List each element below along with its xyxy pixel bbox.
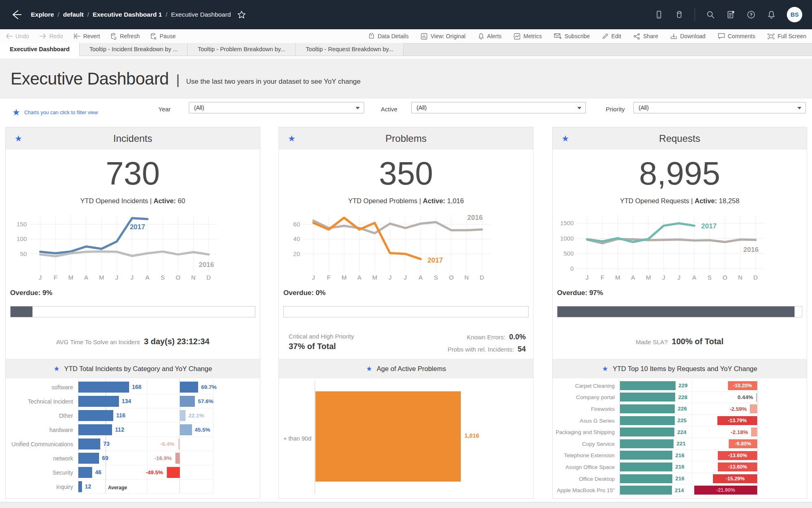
category-bar[interactable] bbox=[78, 410, 113, 421]
priority-filter-dropdown[interactable]: (All) bbox=[633, 102, 806, 113]
category-bar[interactable] bbox=[78, 453, 99, 464]
incidents-category-chart[interactable]: Average software16869.7%Technical Incide… bbox=[6, 378, 260, 498]
alerts-button[interactable]: Alerts bbox=[478, 33, 502, 40]
search-icon[interactable] bbox=[706, 10, 715, 20]
filter-hint[interactable]: ★ Charts you can click to filter view bbox=[12, 108, 98, 117]
yoy-bar[interactable] bbox=[750, 404, 757, 413]
category-label: inquiry bbox=[6, 484, 78, 490]
share-button[interactable]: Share bbox=[633, 33, 658, 40]
notifications-bell-icon[interactable] bbox=[767, 10, 776, 20]
item-bar[interactable] bbox=[620, 462, 672, 471]
category-row[interactable]: Technical Incident13457.6% bbox=[6, 394, 260, 408]
top10-row[interactable]: Carpet Cleaning229-10.20% bbox=[553, 380, 807, 392]
breadcrumb-explore[interactable]: Explore bbox=[31, 11, 54, 18]
revert-button[interactable]: Revert bbox=[73, 33, 100, 39]
user-avatar[interactable]: BS bbox=[787, 7, 802, 22]
top10-row[interactable]: Assign Office Space216-13.60% bbox=[553, 461, 807, 473]
top10-row[interactable]: Company portal2280.44% bbox=[553, 392, 807, 404]
top10-row[interactable]: Packaging and Shipping224-2.18% bbox=[553, 426, 807, 438]
requests-top10-chart[interactable]: Carpet Cleaning229-10.20%Company portal2… bbox=[553, 378, 807, 498]
top10-row[interactable]: Telephone Extension216-13.60% bbox=[553, 450, 807, 462]
item-bar[interactable] bbox=[620, 404, 675, 413]
data-source-icon[interactable] bbox=[674, 10, 684, 20]
made-sla-value: 100% of Total bbox=[672, 337, 723, 346]
category-bar[interactable] bbox=[78, 481, 82, 492]
top10-row[interactable]: Fireworks226-2.59% bbox=[553, 403, 807, 415]
age-bar[interactable] bbox=[315, 391, 461, 482]
yoy-bar[interactable] bbox=[751, 428, 757, 436]
item-value: 216 bbox=[675, 464, 685, 470]
back-arrow-icon[interactable] bbox=[10, 9, 22, 21]
item-bar[interactable] bbox=[620, 416, 675, 425]
yoy-bar[interactable]: -13.79% bbox=[717, 416, 757, 425]
mobile-preview-icon[interactable] bbox=[654, 10, 664, 20]
category-row[interactable]: network69-16.9% bbox=[6, 451, 260, 465]
category-bar[interactable] bbox=[78, 424, 112, 435]
tab-tooltip-request-breakdown[interactable]: Tooltip - Request Breakdown by... bbox=[296, 43, 404, 56]
yoy-bar[interactable]: -13.60% bbox=[718, 462, 757, 471]
subscribe-button[interactable]: Subscribe bbox=[554, 33, 590, 39]
yoy-bar[interactable] bbox=[756, 393, 757, 402]
category-row[interactable]: inquiry12 bbox=[6, 480, 260, 494]
yoy-bar[interactable] bbox=[180, 382, 198, 393]
category-bar[interactable] bbox=[78, 396, 119, 407]
undo-button[interactable]: Undo bbox=[6, 33, 29, 39]
problems-monthly-line-chart[interactable]: 204060JFMAMJJASOND20172016 bbox=[279, 209, 534, 286]
category-bar[interactable] bbox=[78, 382, 129, 393]
tab-tooltip-problem-breakdown[interactable]: Tooltip - Problem Breakdown by... bbox=[188, 43, 296, 56]
item-bar[interactable] bbox=[620, 439, 674, 448]
top10-row[interactable]: Asus G Series225-13.79% bbox=[553, 415, 807, 427]
category-row[interactable]: Other11622.1% bbox=[6, 408, 260, 423]
breadcrumb-workbook[interactable]: Executive Dashboard 1 bbox=[93, 11, 162, 18]
yoy-bar[interactable] bbox=[178, 439, 180, 449]
tab-executive-dashboard[interactable]: Executive Dashboard bbox=[0, 43, 80, 56]
yoy-bar[interactable]: -13.60% bbox=[718, 451, 757, 460]
item-bar[interactable] bbox=[620, 428, 674, 436]
item-bar[interactable] bbox=[620, 451, 672, 460]
category-row[interactable]: hardware11245.5% bbox=[6, 423, 260, 437]
incidents-monthly-line-chart[interactable]: 50100150JFMAMJJASOND20172016 bbox=[6, 209, 261, 286]
yoy-bar[interactable] bbox=[167, 467, 180, 478]
whats-new-icon[interactable] bbox=[726, 10, 736, 20]
yoy-bar[interactable] bbox=[180, 424, 192, 435]
top10-row[interactable]: Office Desktop216-15.29% bbox=[553, 473, 807, 485]
category-row[interactable]: Unified Communications73-6.4% bbox=[6, 437, 260, 451]
full-screen-button[interactable]: Full Screen bbox=[767, 33, 806, 39]
favorite-star-icon[interactable] bbox=[237, 10, 246, 20]
active-filter-label: Active bbox=[381, 106, 397, 113]
download-button[interactable]: Download bbox=[670, 33, 705, 40]
active-filter-dropdown[interactable]: (All) bbox=[411, 102, 586, 113]
view-original-button[interactable]: View: Original bbox=[421, 33, 465, 40]
item-bar[interactable] bbox=[620, 381, 676, 390]
problems-age-chart[interactable]: + than 90d 1,016 bbox=[279, 378, 533, 498]
pause-button[interactable]: Pause bbox=[150, 33, 176, 40]
yoy-bar[interactable]: -9.80% bbox=[729, 439, 757, 448]
yoy-bar[interactable] bbox=[180, 396, 195, 407]
category-bar[interactable] bbox=[78, 467, 92, 478]
item-bar[interactable] bbox=[620, 474, 672, 483]
yoy-bar[interactable]: -15.29% bbox=[713, 474, 757, 483]
help-icon[interactable]: ? bbox=[746, 10, 756, 20]
item-bar[interactable] bbox=[620, 486, 672, 495]
edit-button[interactable]: Edit bbox=[602, 33, 621, 39]
top10-row[interactable]: Copy Service221-9.80% bbox=[553, 438, 807, 450]
comments-button[interactable]: Comments bbox=[718, 33, 756, 39]
yoy-bar[interactable] bbox=[175, 453, 180, 464]
item-bar[interactable] bbox=[620, 393, 675, 402]
priority-filter-value: (All) bbox=[639, 104, 649, 111]
yoy-bar[interactable]: -21.90% bbox=[694, 486, 757, 495]
metrics-button[interactable]: Metrics bbox=[514, 33, 542, 40]
yoy-bar[interactable]: -10.20% bbox=[728, 381, 757, 390]
year-filter-dropdown[interactable]: (All) bbox=[189, 102, 364, 113]
data-details-button[interactable]: Data Details bbox=[368, 33, 408, 40]
tab-tooltip-incident-breakdown[interactable]: Tooltip - Incident Breakdown by ... bbox=[80, 43, 188, 56]
redo-button[interactable]: Redo bbox=[39, 33, 63, 39]
category-bar[interactable] bbox=[78, 439, 100, 449]
breadcrumb-default[interactable]: default bbox=[63, 11, 84, 18]
requests-monthly-line-chart[interactable]: 050010001500JFMAMJJASOND20172016 bbox=[553, 209, 808, 286]
category-row[interactable]: software16869.7% bbox=[6, 380, 260, 394]
refresh-button[interactable]: Refresh bbox=[110, 33, 140, 40]
top10-row[interactable]: Apple MacBook Pro 15”214-21.90% bbox=[553, 484, 807, 496]
yoy-bar[interactable] bbox=[180, 410, 186, 421]
category-row[interactable]: Security46-49.5% bbox=[6, 465, 260, 480]
